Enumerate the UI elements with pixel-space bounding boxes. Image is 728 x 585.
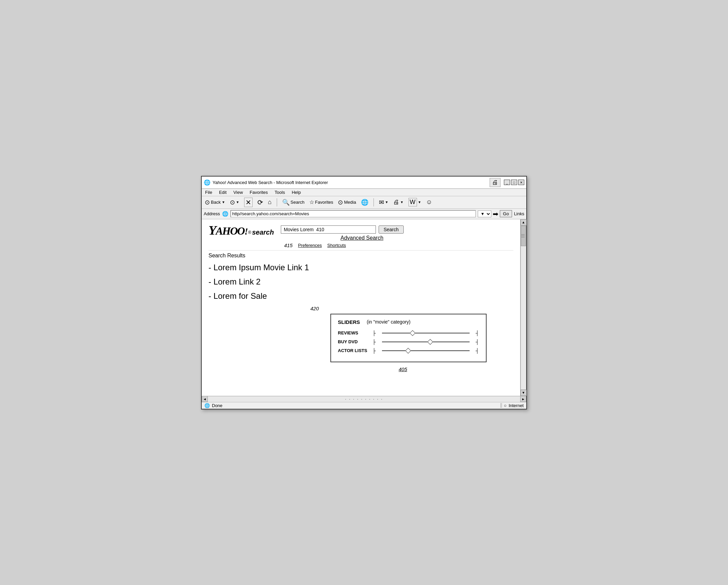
search-toolbar-icon: 🔍	[282, 199, 290, 206]
slider-actorlists-track[interactable]	[382, 350, 470, 351]
edit-icon: ☺	[426, 199, 432, 206]
sliders-title-row: SLIDERS (in "movie" category)	[338, 319, 479, 325]
window-title: Yahoo! Advanced Web Search - Microsoft I…	[213, 180, 328, 185]
slider-reviews: REVIEWS ├ ┤	[338, 330, 479, 336]
slider-actorlists-label: ACTOR LISTS	[338, 348, 368, 353]
edit-button[interactable]: ☺	[425, 198, 433, 206]
menu-help[interactable]: Help	[291, 189, 302, 195]
forward-icon: ⊙	[230, 199, 235, 206]
print-button[interactable]: 🖨 ▼	[392, 198, 405, 206]
favorites-button[interactable]: ☆ Favorites	[308, 199, 334, 206]
handle-line-3	[521, 237, 525, 237]
back-dropdown-icon: ▼	[222, 200, 225, 204]
menu-view[interactable]: View	[233, 189, 243, 195]
menu-tools[interactable]: Tools	[274, 189, 286, 195]
h-scroll-track: · · · · · · · · · ·	[208, 396, 520, 402]
scroll-down-button[interactable]: ▼	[521, 390, 527, 396]
search-button[interactable]: Search	[379, 225, 404, 234]
history-button[interactable]: 🌐	[360, 198, 369, 206]
vertical-scrollbar: ▲ ▼	[520, 219, 526, 396]
go-button[interactable]: Go	[500, 210, 512, 217]
toolbar: ⊙ Back ▼ ⊙ ▼ ✕ ⟳ ⌂ 🔍 Search ☆ Favorites …	[202, 196, 526, 209]
scroll-track	[521, 225, 526, 390]
ref-405-area: 405	[399, 366, 513, 372]
address-input[interactable]	[231, 210, 476, 217]
menu-edit[interactable]: Edit	[218, 189, 227, 195]
handle-line-1	[521, 234, 525, 235]
print-icon: 🖨	[393, 199, 399, 206]
yahoo-logo-text: YAHOO!	[208, 223, 248, 238]
sliders-subtitle: (in "movie" category)	[367, 319, 411, 325]
advanced-search-link[interactable]: Advanced Search	[341, 235, 383, 241]
slider-reviews-track[interactable]	[382, 333, 470, 333]
slider-actorlists-end-icon: ┤	[476, 348, 479, 353]
scroll-right-button[interactable]: ►	[520, 396, 526, 402]
status-div-2	[502, 403, 502, 408]
menu-bar: File Edit View Favorites Tools Help	[202, 189, 526, 196]
home-icon: ⌂	[268, 199, 272, 206]
ref-420: 420	[310, 306, 319, 311]
refresh-icon: ⟳	[257, 198, 263, 206]
search-box-area: Search Advanced Search 415 Preferences S…	[281, 225, 404, 248]
yahoo-header: YAHOO! ® search Search Advanced Search 4…	[208, 223, 513, 251]
stop-button[interactable]: ✕	[243, 197, 254, 207]
status-bar: 🌐 Done ○ Internet	[202, 402, 526, 409]
mail-icon: ✉	[379, 199, 384, 206]
slider-buydvd: BUY DVD ├ ┤	[338, 339, 479, 345]
result-item-2[interactable]: - Lorem Link 2	[208, 277, 513, 287]
slider-buydvd-thumb[interactable]	[427, 339, 433, 345]
scroll-up-button[interactable]: ▲	[521, 219, 527, 225]
minimize-button[interactable]: _	[504, 180, 510, 185]
print-dropdown-icon: ▼	[400, 200, 404, 204]
result-item-3[interactable]: - Lorem for Sale	[208, 291, 513, 301]
search-input[interactable]	[281, 225, 376, 234]
ref-415: 415	[284, 242, 293, 248]
back-button[interactable]: ⊙ Back ▼	[204, 198, 226, 206]
address-dropdown[interactable]: ▼	[478, 211, 491, 217]
shortcuts-link[interactable]: Shortcuts	[327, 243, 346, 248]
title-bar: 🌐 Yahoo! Advanced Web Search - Microsoft…	[202, 177, 526, 189]
scroll-left-button[interactable]: ◄	[202, 396, 208, 402]
mail-button[interactable]: ✉ ▼	[378, 198, 389, 206]
word-button[interactable]: W ▼	[407, 198, 422, 207]
toolbar-separator-1	[277, 198, 277, 206]
back-label: Back	[211, 200, 221, 205]
links-button[interactable]: Links	[514, 211, 524, 216]
close-button[interactable]: ✕	[518, 180, 524, 185]
favorites-label: Favorites	[315, 200, 333, 205]
search-results-label: Search Results	[208, 253, 513, 259]
horizontal-scrollbar: ◄ · · · · · · · · · · ►	[202, 396, 526, 402]
preferences-link[interactable]: Preferences	[298, 243, 322, 248]
search-row: Search	[281, 225, 404, 234]
home-button[interactable]: ⌂	[267, 198, 273, 206]
go-arrow-icon[interactable]: ➡	[493, 210, 498, 218]
mail-dropdown-icon: ▼	[385, 200, 388, 204]
window-controls: _ □ ✕	[504, 180, 524, 185]
slider-buydvd-track[interactable]	[382, 342, 470, 342]
address-bar: Address 🌐 ▼ ➡ Go Links	[202, 209, 526, 219]
word-icon: W	[408, 198, 417, 206]
back-icon: ⊙	[205, 199, 210, 206]
slider-buydvd-end-icon: ┤	[476, 339, 479, 345]
refresh-button[interactable]: ⟳	[256, 198, 264, 207]
status-left: 🌐 Done	[204, 403, 222, 408]
media-button[interactable]: ⊙ Media	[337, 198, 357, 206]
media-label: Media	[344, 200, 356, 205]
result-item-1[interactable]: - Lorem Ipsum Movie Link 1	[208, 263, 513, 272]
handle-line-2	[521, 236, 525, 236]
h-scroll-dots: · · · · · · · · · ·	[345, 396, 383, 402]
media-icon: ⊙	[338, 199, 343, 206]
sliders-title: SLIDERS	[338, 319, 360, 325]
search-toolbar-label: Search	[291, 200, 305, 205]
slider-reviews-thumb[interactable]	[410, 330, 416, 336]
menu-favorites[interactable]: Favorites	[249, 189, 268, 195]
maximize-button[interactable]: □	[511, 180, 517, 185]
slider-actorlists-thumb[interactable]	[405, 348, 411, 353]
search-toolbar-button[interactable]: 🔍 Search	[281, 198, 306, 206]
word-dropdown-icon: ▼	[418, 200, 421, 204]
scroll-thumb[interactable]	[521, 226, 526, 246]
status-dividers	[500, 403, 502, 408]
forward-button[interactable]: ⊙ ▼	[229, 198, 240, 206]
menu-file[interactable]: File	[204, 189, 213, 195]
stop-icon: ✕	[244, 198, 253, 207]
